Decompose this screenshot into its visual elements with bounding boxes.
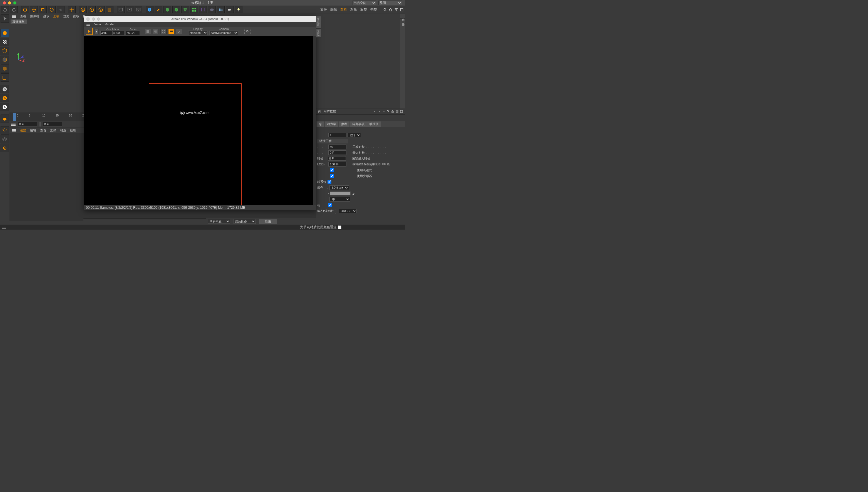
search2-icon[interactable] [387, 110, 390, 113]
enable-axis-button[interactable]: S [1, 85, 9, 93]
array-button[interactable] [190, 6, 198, 13]
color-select[interactable]: 60% 灰色 [329, 186, 349, 190]
menu-view[interactable]: 查看 [340, 7, 347, 12]
field-button[interactable] [199, 6, 207, 13]
color-swatch[interactable] [330, 192, 351, 195]
ui-select[interactable]: 界面 [378, 1, 402, 5]
ipr-hamburger-icon[interactable] [86, 23, 90, 26]
deformer-button[interactable] [181, 6, 189, 13]
hamburger-icon[interactable] [12, 15, 16, 18]
dock-tab-2[interactable]: 层级控件 [400, 19, 405, 23]
ipr-side-tab-pixel[interactable]: Pixel [316, 28, 321, 38]
edge-mode-button[interactable] [1, 56, 9, 64]
tab-edit[interactable]: 辑 [318, 109, 321, 114]
texture-mode-button[interactable] [1, 38, 9, 46]
cube-primitive-button[interactable] [146, 6, 153, 13]
ipr-view2-button[interactable] [153, 29, 159, 34]
redo-button[interactable] [10, 6, 18, 13]
hamburger3-icon[interactable] [12, 129, 16, 132]
vp-menu-filter[interactable]: 过滤 [63, 14, 69, 18]
snap-grid-button[interactable] [1, 126, 9, 134]
nav-up-icon[interactable] [382, 110, 385, 113]
ipr-side-tab-display[interactable]: Display [316, 16, 321, 28]
close-window-icon[interactable] [3, 1, 6, 4]
mat-menu-texture[interactable]: 纹理 [70, 128, 76, 132]
subtab-dynamics[interactable]: 动力学 [325, 121, 338, 127]
mat-menu-create[interactable]: 创建 [20, 128, 26, 132]
ipr-display-select[interactable]: emission [188, 30, 208, 35]
locked-tool[interactable] [68, 6, 76, 13]
mat-menu-material[interactable]: 材质 [60, 128, 66, 132]
floor-button[interactable] [217, 6, 225, 13]
render-region-button[interactable] [126, 6, 133, 13]
subdiv-button[interactable] [164, 6, 171, 13]
mat-menu-edit[interactable]: 编辑 [30, 128, 36, 132]
enable-quantize-button[interactable]: S [1, 103, 9, 111]
home-icon[interactable] [389, 8, 393, 12]
vp-menu-panel[interactable]: 面板 [73, 14, 79, 18]
node-mat-checkbox[interactable] [338, 225, 341, 229]
ipr-view3-button[interactable] [160, 29, 167, 34]
hamburger2-icon[interactable] [11, 123, 16, 126]
subtab-basic[interactable]: 息 [317, 121, 324, 127]
enable-snap-button[interactable]: S [1, 94, 9, 102]
vp-menu-display[interactable]: 显示 [43, 14, 49, 18]
scale-project-button[interactable]: 缩放工程... [317, 139, 348, 143]
object-manager[interactable] [316, 14, 405, 108]
fps-input[interactable] [328, 145, 346, 149]
scale-mode-select[interactable]: 缩放比例 [233, 219, 256, 224]
snap-grid2-button[interactable] [1, 135, 9, 143]
ipr-camera-select[interactable]: <active camera> [209, 30, 238, 35]
len-input[interactable] [328, 156, 346, 161]
pen-tool-button[interactable] [155, 6, 163, 13]
render-settings-button[interactable] [134, 6, 142, 13]
ipr-res-h-input[interactable] [113, 31, 124, 35]
layout-select[interactable]: 节点空间 [352, 1, 376, 5]
coord-sys-select[interactable]: 世界坐标 [208, 219, 230, 224]
ipr-view4-button[interactable] [168, 29, 174, 34]
vp-menu-view[interactable]: 查看 [20, 14, 26, 18]
time-current-input[interactable] [43, 122, 62, 126]
history-button[interactable]: ⟲ [57, 6, 65, 13]
ipr-max-icon[interactable] [97, 18, 100, 21]
menu-file[interactable]: 文件 [320, 7, 327, 12]
z-axis-button[interactable]: Z [97, 6, 104, 13]
subtab-interp[interactable]: 帧插值 [367, 121, 381, 127]
filter-icon[interactable] [394, 8, 398, 12]
scale-tool[interactable] [39, 6, 47, 13]
menu-tags[interactable]: 标签 [360, 7, 367, 12]
rotate-tool[interactable] [48, 6, 56, 13]
minimize-window-icon[interactable] [8, 1, 11, 4]
subtab-todo[interactable]: 待办事项 [350, 121, 367, 127]
eyedropper-icon[interactable] [352, 192, 355, 195]
time-start-input[interactable] [18, 122, 37, 126]
menu-object[interactable]: 对象 [350, 7, 357, 12]
ipr-crop-frame[interactable] [149, 83, 242, 205]
render-button[interactable] [117, 6, 125, 13]
select-tool[interactable] [21, 6, 29, 13]
ipr-titlebar[interactable]: Arnold IPR Window v3.0.4 (Arnold 6.0.3.1… [84, 16, 316, 22]
srgb-select[interactable]: sRGB [339, 209, 357, 213]
search-icon[interactable] [383, 8, 387, 12]
x-axis-button[interactable]: X [79, 6, 87, 13]
prog-checkbox[interactable] [328, 203, 332, 207]
undo-button[interactable] [1, 6, 9, 13]
unit-input[interactable] [328, 133, 346, 137]
mid-select[interactable]: 中 [329, 197, 350, 201]
apply-button[interactable]: 应用 [259, 219, 277, 224]
generator-button[interactable] [172, 6, 180, 13]
ipr-pick-button[interactable] [176, 29, 182, 34]
lock-icon[interactable] [391, 110, 394, 113]
time-input[interactable] [328, 150, 346, 155]
expr-checkbox[interactable] [330, 168, 334, 172]
nav-back-icon[interactable] [373, 110, 376, 113]
mat-menu-view[interactable]: 查看 [40, 128, 46, 132]
volume-button[interactable] [208, 6, 216, 13]
ipr-refresh-button[interactable]: ⟳ [244, 29, 250, 34]
ipr-close-icon[interactable] [86, 18, 90, 21]
hamburger4-icon[interactable] [2, 226, 6, 228]
light-button[interactable] [235, 6, 243, 13]
ipr-menu-render[interactable]: Render [105, 23, 115, 26]
live-select-tool[interactable] [1, 15, 9, 23]
workplane-button[interactable] [1, 115, 9, 123]
